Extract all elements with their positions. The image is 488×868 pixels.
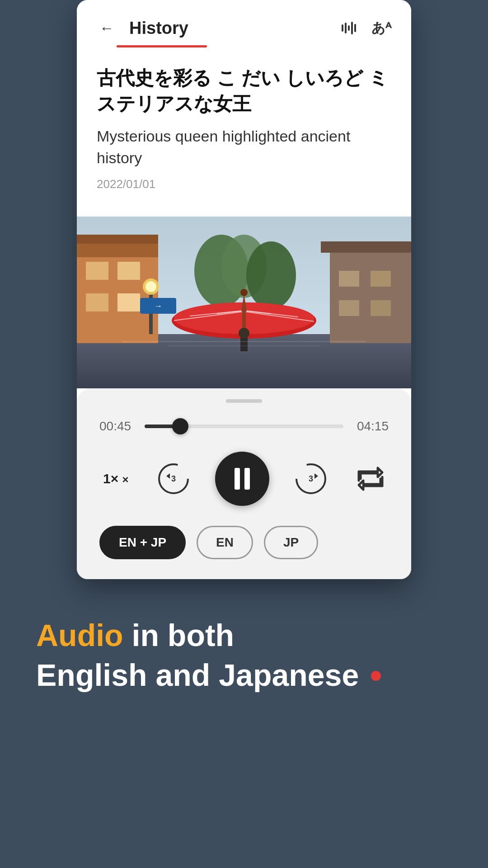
svg-text:3: 3 xyxy=(171,474,176,483)
svg-point-42 xyxy=(239,328,249,339)
lang-en-jp-button[interactable]: EN + JP xyxy=(99,526,186,559)
pause-icon xyxy=(235,468,250,490)
repeat-button[interactable] xyxy=(352,461,389,497)
svg-rect-44 xyxy=(167,345,321,346)
svg-rect-0 xyxy=(342,24,343,32)
outer-background: ← History あᴬ xyxy=(0,0,488,868)
svg-text:3: 3 xyxy=(309,474,313,483)
svg-rect-19 xyxy=(330,253,411,343)
bottom-area: Audio in both English and Japanese xyxy=(0,579,488,741)
skip-back-button[interactable]: 3 xyxy=(155,461,192,497)
svg-text:→: → xyxy=(154,302,162,311)
svg-marker-20 xyxy=(321,241,411,253)
svg-marker-9 xyxy=(77,235,158,244)
svg-rect-12 xyxy=(86,293,108,311)
svg-rect-13 xyxy=(117,293,140,311)
svg-rect-24 xyxy=(371,300,391,316)
progress-thumb[interactable] xyxy=(172,418,188,434)
svg-point-40 xyxy=(240,289,248,296)
drag-handle[interactable] xyxy=(226,399,262,403)
bottom-line1-rest: in both xyxy=(123,618,234,652)
translate-icon[interactable]: あᴬ xyxy=(370,16,393,40)
back-button[interactable]: ← xyxy=(95,16,118,40)
svg-rect-21 xyxy=(339,271,359,287)
svg-rect-3 xyxy=(351,22,353,34)
audio-highlight: Audio xyxy=(36,618,123,652)
article-date: 2022/01/01 xyxy=(97,177,391,191)
total-time: 04:15 xyxy=(352,419,389,434)
waveform-icon[interactable] xyxy=(337,16,361,40)
controls-row: 1× × 3 xyxy=(99,452,389,506)
current-time: 00:45 xyxy=(99,419,136,434)
svg-rect-43 xyxy=(122,341,366,342)
svg-rect-1 xyxy=(345,23,347,33)
svg-rect-4 xyxy=(354,24,356,32)
red-dot xyxy=(371,671,381,681)
svg-marker-50 xyxy=(314,473,318,479)
audio-panel: 00:45 04:15 1× × xyxy=(77,388,411,579)
svg-rect-2 xyxy=(348,25,350,31)
bottom-line2: English and Japanese xyxy=(36,658,359,692)
svg-marker-47 xyxy=(166,473,170,479)
svg-rect-11 xyxy=(117,262,140,280)
article-title-japanese: 古代史を彩る こ だい しいろど ミステリアスな女王 xyxy=(97,66,391,117)
svg-point-16 xyxy=(145,281,156,292)
svg-rect-22 xyxy=(371,271,391,287)
pause-button[interactable] xyxy=(215,452,269,506)
language-buttons-row: EN + JP EN JP xyxy=(99,526,389,559)
article-image: → xyxy=(77,217,411,388)
page-title: History xyxy=(129,19,337,38)
header-icons: あᴬ xyxy=(337,16,393,40)
progress-row: 00:45 04:15 xyxy=(99,419,389,434)
playback-speed-button[interactable]: 1× × xyxy=(99,467,132,490)
progress-track[interactable] xyxy=(145,425,343,428)
phone-card: ← History あᴬ xyxy=(77,0,411,579)
svg-rect-10 xyxy=(86,262,108,280)
lang-jp-button[interactable]: JP xyxy=(264,526,318,559)
article-title-english: Mysterious queen highlighted ancient his… xyxy=(97,126,391,169)
header: ← History あᴬ xyxy=(77,0,411,40)
bottom-text: Audio in both English and Japanese xyxy=(36,615,452,695)
back-arrow-icon: ← xyxy=(99,20,114,37)
lang-en-button[interactable]: EN xyxy=(197,526,253,559)
svg-point-27 xyxy=(246,241,296,309)
article-content: 古代史を彩る こ だい しいろど ミステリアスな女王 Mysterious qu… xyxy=(77,47,411,217)
progress-fill xyxy=(145,425,180,428)
svg-rect-41 xyxy=(240,338,248,351)
svg-rect-8 xyxy=(77,244,158,257)
svg-rect-23 xyxy=(339,300,359,316)
skip-forward-button[interactable]: 3 xyxy=(293,461,329,497)
